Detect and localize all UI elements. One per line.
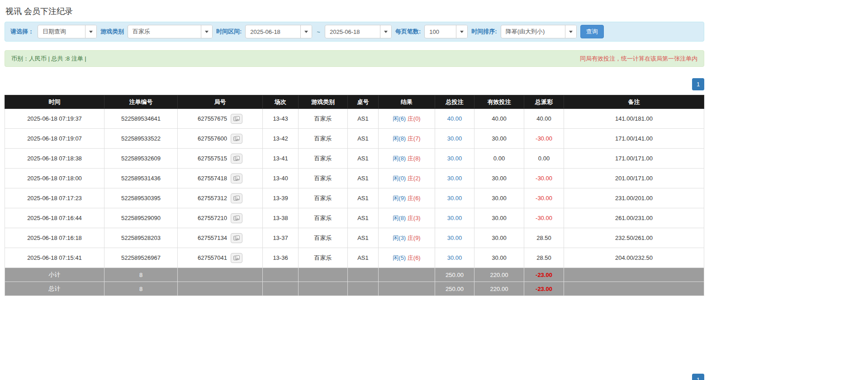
sort-select[interactable]: 降幂(由大到小) xyxy=(501,25,577,38)
total-bet-link[interactable]: 30.00 xyxy=(447,135,462,142)
cell-game-type: 百家乐 xyxy=(299,228,348,248)
date-to-select[interactable]: 2025-06-18 xyxy=(325,25,392,38)
cell-note: 141.00/181.00 xyxy=(564,109,704,129)
cell-bet-id: 522589530395 xyxy=(104,188,178,208)
round-video-icon[interactable] xyxy=(231,233,242,243)
cell-session: 13-39 xyxy=(263,188,299,208)
chevron-down-icon xyxy=(300,25,312,38)
summary-empty-table xyxy=(348,282,379,296)
total-bet-link[interactable]: 30.00 xyxy=(447,175,462,182)
cell-payout: 28.50 xyxy=(524,228,564,248)
cell-total-bet: 40.00 xyxy=(435,109,474,129)
cell-round-id: 627557675 xyxy=(178,109,263,129)
result-banker: 庄(8) xyxy=(408,155,421,162)
round-id-text: 627557418 xyxy=(198,175,227,182)
currency-summary-text: 币别：人民币 | 总共 :8 注单 | xyxy=(11,55,86,63)
cell-round-id: 627557418 xyxy=(178,169,263,188)
summary-empty-table xyxy=(348,268,379,282)
cell-payout: 0.00 xyxy=(524,149,564,169)
round-id-text: 627557210 xyxy=(198,215,227,221)
summary-payout: -23.00 xyxy=(524,282,564,296)
cell-table-no: AS1 xyxy=(348,129,379,149)
cell-payout: -30.00 xyxy=(524,188,564,208)
cell-bet-id: 522589534641 xyxy=(104,109,178,129)
page-1-button[interactable]: 1 xyxy=(692,374,704,380)
cell-total-bet: 30.00 xyxy=(435,149,474,169)
pagination-bottom: 1 xyxy=(5,374,704,380)
cell-table-no: AS1 xyxy=(348,208,379,228)
cell-total-bet: 30.00 xyxy=(435,129,474,149)
bet-records-table: 时间 注单编号 局号 场次 游戏类别 桌号 结果 总投注 有效投注 总派彩 备注… xyxy=(5,95,704,296)
cell-time: 2025-06-18 07:19:07 xyxy=(5,129,104,149)
cell-game-type: 百家乐 xyxy=(299,149,348,169)
cell-time: 2025-06-18 07:18:00 xyxy=(5,169,104,188)
cell-valid-bet: 40.00 xyxy=(474,109,524,129)
date-from-select[interactable]: 2025-06-18 xyxy=(245,25,312,38)
cell-note: 231.00/201.00 xyxy=(564,188,704,208)
cell-total-bet: 30.00 xyxy=(435,208,474,228)
game-type-select[interactable]: 百家乐 xyxy=(128,25,213,38)
header-round-id: 局号 xyxy=(178,95,263,109)
total-bet-link[interactable]: 30.00 xyxy=(447,155,462,162)
cell-round-id: 627557210 xyxy=(178,208,263,228)
cell-game-type: 百家乐 xyxy=(299,129,348,149)
cell-payout: -30.00 xyxy=(524,129,564,149)
cell-bet-id: 522589532609 xyxy=(104,149,178,169)
date-range-separator: ~ xyxy=(316,28,321,35)
table-row: 2025-06-18 07:17:23 522589530395 6275573… xyxy=(5,188,704,208)
cell-note: 201.00/171.00 xyxy=(564,169,704,188)
round-video-icon[interactable] xyxy=(231,253,242,263)
search-button[interactable]: 查询 xyxy=(580,25,604,38)
cell-time: 2025-06-18 07:17:23 xyxy=(5,188,104,208)
header-time: 时间 xyxy=(5,95,104,109)
chevron-down-icon xyxy=(380,25,391,38)
cell-bet-id: 522589528203 xyxy=(104,228,178,248)
cell-payout: -30.00 xyxy=(524,208,564,228)
round-video-icon[interactable] xyxy=(231,114,242,124)
header-session: 场次 xyxy=(263,95,299,109)
cell-session: 13-43 xyxy=(263,109,299,129)
round-video-icon[interactable] xyxy=(231,154,242,164)
cell-table-no: AS1 xyxy=(348,188,379,208)
cell-time: 2025-06-18 07:18:38 xyxy=(5,149,104,169)
result-player: 闲(8) xyxy=(393,135,406,142)
table-row: 2025-06-18 07:19:07 522589533522 6275576… xyxy=(5,129,704,149)
sort-value: 降幂(由大到小) xyxy=(501,28,565,36)
cell-bet-id: 522589529090 xyxy=(104,208,178,228)
page-size-select[interactable]: 100 xyxy=(424,25,468,38)
chevron-down-icon xyxy=(565,25,576,38)
round-video-icon[interactable] xyxy=(231,193,242,203)
summary-count: 8 xyxy=(104,282,178,296)
total-bet-link[interactable]: 30.00 xyxy=(447,195,462,202)
cell-note: 171.00/171.00 xyxy=(564,149,704,169)
cell-session: 13-36 xyxy=(263,248,299,268)
round-video-icon[interactable] xyxy=(231,213,242,223)
page-1-button[interactable]: 1 xyxy=(692,78,704,90)
cell-valid-bet: 30.00 xyxy=(474,188,524,208)
info-bar: 币别：人民币 | 总共 :8 注单 | 同局有效投注，统一计算在该局第一张注单内 xyxy=(5,50,704,67)
result-banker: 庄(6) xyxy=(408,254,421,261)
summary-empty-note xyxy=(564,268,704,282)
round-video-icon[interactable] xyxy=(231,134,242,144)
cell-table-no: AS1 xyxy=(348,169,379,188)
cell-table-no: AS1 xyxy=(348,228,379,248)
total-bet-link[interactable]: 30.00 xyxy=(447,254,462,261)
table-body: 2025-06-18 07:19:37 522589534641 6275576… xyxy=(5,109,704,268)
table-row: 2025-06-18 07:18:38 522589532609 6275575… xyxy=(5,149,704,169)
cell-payout: -30.00 xyxy=(524,169,564,188)
header-bet-id: 注单编号 xyxy=(104,95,178,109)
cell-game-type: 百家乐 xyxy=(299,169,348,188)
header-total-bet: 总投注 xyxy=(435,95,474,109)
summary-empty-result xyxy=(379,268,435,282)
cell-valid-bet: 30.00 xyxy=(474,228,524,248)
round-video-icon[interactable] xyxy=(231,174,242,183)
total-bet-link[interactable]: 30.00 xyxy=(447,235,462,241)
round-id-text: 627557675 xyxy=(198,115,227,122)
total-bet-link[interactable]: 40.00 xyxy=(447,115,462,122)
total-bet-link[interactable]: 30.00 xyxy=(447,215,462,221)
chevron-down-icon xyxy=(456,25,467,38)
cell-session: 13-42 xyxy=(263,129,299,149)
cell-session: 13-41 xyxy=(263,149,299,169)
query-type-select[interactable]: 日期查询 xyxy=(38,25,97,38)
summary-empty-game xyxy=(299,268,348,282)
